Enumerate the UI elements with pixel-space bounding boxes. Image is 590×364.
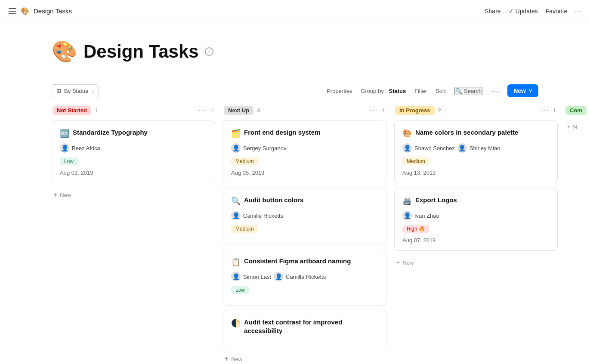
new-button-arrow: ∨ <box>528 88 532 94</box>
card-title: Export Logos <box>415 196 457 204</box>
card[interactable]: 🎨Name colors in secondary palette👤Shawn … <box>394 120 558 183</box>
column-partial: Com+N <box>565 106 590 133</box>
card-icon: 📋 <box>231 257 241 267</box>
assignee-name: Beez Africa <box>72 145 100 151</box>
card-icon: 🔤 <box>60 129 69 138</box>
column-next-up: Next Up4···+🗂️Front end design system👤Se… <box>223 106 386 364</box>
group-by-status-button[interactable]: ⊞ By Status ⌄ <box>52 84 99 97</box>
filter-button[interactable]: Filter <box>414 88 427 94</box>
toolbar-left: ⊞ By Status ⌄ <box>52 84 99 97</box>
column-in-progress: In Progress2···+🎨Name colors in secondar… <box>394 106 558 270</box>
card[interactable]: 📋Consistent Figma artboard naming👤Simon … <box>223 249 386 305</box>
col-dots-not-started[interactable]: ··· <box>198 106 206 115</box>
card-icon: 🗂️ <box>231 129 241 138</box>
col-dots-in-progress[interactable]: ··· <box>541 106 549 115</box>
add-new-row-next-up[interactable]: +New <box>223 352 386 364</box>
priority-badge: Medium <box>402 157 429 165</box>
col-header-not-started: Not Started1···+ <box>52 106 215 115</box>
col-actions-next-up: ···+ <box>370 106 386 115</box>
page-title-emoji: 🎨 <box>52 40 77 64</box>
info-button[interactable]: i <box>205 47 213 56</box>
avatar: 👤 <box>231 143 241 153</box>
group-icon: ⊞ <box>56 87 62 94</box>
card[interactable]: 🌓Audit text contrast for improved access… <box>223 310 386 347</box>
top-nav-left: 🎨 Design Tasks <box>9 7 72 15</box>
add-new-row-partial[interactable]: +N <box>565 120 590 133</box>
card-icon: 🌓 <box>231 318 241 328</box>
col-header-next-up: Next Up4···+ <box>223 106 386 115</box>
priority-badge: Medium <box>231 225 258 233</box>
priority-badge: Low <box>60 157 78 165</box>
nav-title: Design Tasks <box>34 7 72 15</box>
col-actions-not-started: ···+ <box>198 106 214 115</box>
avatar: 👤 <box>274 272 283 281</box>
favorite-button[interactable]: Favorite <box>546 8 568 15</box>
more-options-button[interactable]: ··· <box>575 8 581 15</box>
col-actions-in-progress: ···+ <box>541 106 557 115</box>
card-icon: 🖨️ <box>402 196 412 206</box>
col-add-next-up[interactable]: + <box>381 106 386 115</box>
card-icon: 🔍 <box>231 196 241 206</box>
add-new-row-not-started[interactable]: +New <box>52 188 215 202</box>
page-emoji-nav: 🎨 <box>21 7 29 15</box>
col-header-in-progress: In Progress2···+ <box>394 106 558 115</box>
sort-button[interactable]: Sort <box>436 88 446 94</box>
status-badge-in-progress: In Progress <box>395 106 435 115</box>
card-title: Name colors in secondary palette <box>415 128 518 137</box>
avatar: 👤 <box>231 272 241 281</box>
board: Not Started1···+🔤Standardize Typography👤… <box>0 106 590 364</box>
card-assignees: 👤Ivan Zhao <box>402 211 550 220</box>
page-title: Design Tasks <box>83 41 199 62</box>
avatar: 👤 <box>60 143 69 153</box>
chevron-down-icon: ⌄ <box>91 89 94 93</box>
add-plus-icon: + <box>225 355 229 363</box>
group-by-button[interactable]: Group by Status <box>361 88 406 94</box>
card-title-row: 🔍Audit button colors <box>231 196 378 206</box>
properties-button[interactable]: Properties <box>327 88 352 94</box>
toolbar-more-button[interactable]: ··· <box>491 86 499 96</box>
assignee-name: Shirley Miao <box>470 145 500 151</box>
col-count-in-progress: 2 <box>438 107 441 114</box>
card[interactable]: 🔤Standardize Typography👤Beez AfricaLowAu… <box>52 120 215 183</box>
card-title-row: 📋Consistent Figma artboard naming <box>231 257 378 267</box>
menu-button[interactable] <box>9 8 16 14</box>
page-title-row: 🎨 Design Tasks i <box>52 40 538 64</box>
card-date: Aug 03, 2019 <box>60 170 207 176</box>
card-date: Aug 07, 2019 <box>402 237 550 244</box>
col-header-partial: Com <box>565 106 590 115</box>
priority-badge: Low <box>231 286 249 294</box>
add-new-row-in-progress[interactable]: +New <box>394 255 558 270</box>
col-dots-next-up[interactable]: ··· <box>370 106 377 115</box>
column-not-started: Not Started1···+🔤Standardize Typography👤… <box>52 106 215 202</box>
share-button[interactable]: Share <box>485 8 500 15</box>
card-title: Audit text contrast for improved accessi… <box>244 318 378 335</box>
col-count-next-up: 4 <box>257 107 260 114</box>
card-title-row: 🔤Standardize Typography <box>60 128 207 138</box>
add-plus-icon: + <box>53 191 57 199</box>
card-icon: 🎨 <box>402 129 412 138</box>
card-title-row: 🎨Name colors in secondary palette <box>402 128 550 138</box>
toolbar: ⊞ By Status ⌄ Properties Group by Status… <box>0 84 590 97</box>
card[interactable]: 🖨️Export Logos👤Ivan ZhaoHigh 🔥Aug 07, 20… <box>394 188 558 251</box>
col-add-not-started[interactable]: + <box>210 106 214 115</box>
card[interactable]: 🔍Audit button colors👤Camille RickettsMed… <box>223 188 386 244</box>
assignee-name: Camille Ricketts <box>286 274 326 280</box>
add-new-label: New <box>60 192 71 198</box>
card-title: Standardize Typography <box>73 128 148 137</box>
avatar: 👤 <box>402 143 412 153</box>
card-title-row: 🌓Audit text contrast for improved access… <box>231 318 378 335</box>
col-count-not-started: 1 <box>95 107 98 114</box>
new-button[interactable]: New ∨ <box>507 84 538 97</box>
status-badge-partial: Com <box>565 106 587 115</box>
card[interactable]: 🗂️Front end design system👤Sergey Surgano… <box>223 120 386 183</box>
search-button[interactable]: 🔍 Search <box>454 87 482 95</box>
assignee-name: Ivan Zhao <box>414 213 439 219</box>
avatar: 👤 <box>457 143 467 153</box>
card-assignees: 👤Simon Last👤Camille Ricketts <box>231 272 378 281</box>
card-title-row: 🖨️Export Logos <box>402 196 550 206</box>
updates-button[interactable]: ✓ Updates <box>509 8 538 15</box>
card-assignees: 👤Sergey Surganov <box>231 143 378 153</box>
col-add-in-progress[interactable]: + <box>552 106 557 115</box>
priority-badge: High 🔥 <box>402 225 429 233</box>
card-date: Aug 05, 2019 <box>231 170 378 176</box>
